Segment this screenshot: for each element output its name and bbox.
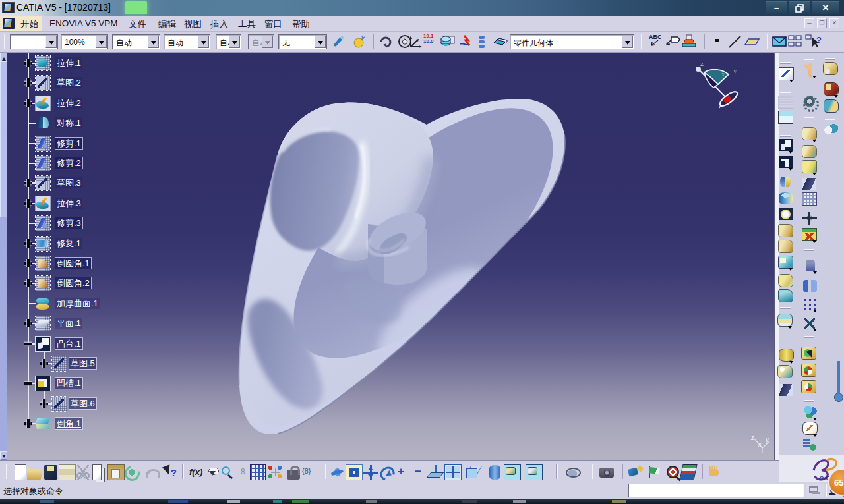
svg-text:z: z: [700, 59, 704, 67]
svg-text:z: z: [750, 434, 754, 441]
svg-text:y: y: [765, 436, 769, 443]
svg-text:x: x: [758, 441, 762, 448]
svg-text:x: x: [721, 70, 725, 78]
svg-text:?: ?: [816, 35, 822, 45]
svg-text:y: y: [733, 67, 737, 74]
